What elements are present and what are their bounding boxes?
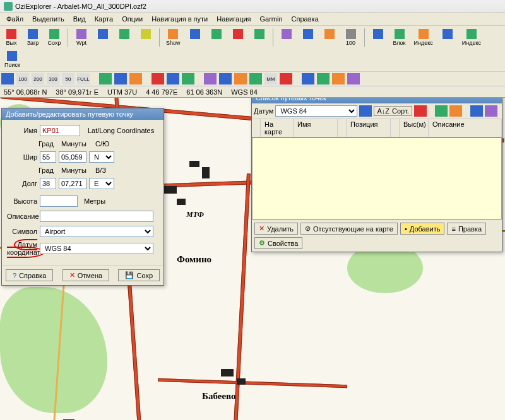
toolbar-btn-20[interactable]: Индекс bbox=[459, 27, 484, 48]
menu-help[interactable]: Справка bbox=[288, 14, 323, 24]
tool-btn-9[interactable] bbox=[302, 73, 314, 85]
lat-min-input[interactable] bbox=[59, 151, 86, 163]
tool-btn-8[interactable] bbox=[280, 73, 292, 85]
lat-deg-input[interactable] bbox=[40, 151, 56, 163]
toolbar-btn-19[interactable] bbox=[437, 27, 458, 48]
wpt-sort-button[interactable]: A↓Z Сорт. bbox=[374, 106, 412, 116]
col-desc[interactable]: Описание bbox=[429, 119, 502, 137]
alt-input[interactable] bbox=[40, 195, 78, 207]
menu-file[interactable]: Файл bbox=[3, 14, 27, 24]
tool-mm[interactable]: MM bbox=[264, 73, 277, 85]
alt-unit: Метры bbox=[84, 197, 105, 205]
menu-map[interactable]: Карта bbox=[91, 14, 117, 24]
menu-view[interactable]: Вид bbox=[69, 14, 90, 24]
wpt-tool-3[interactable] bbox=[435, 105, 448, 117]
zoom-50[interactable]: 50 bbox=[62, 73, 74, 85]
menu-select[interactable]: Выделить bbox=[28, 14, 68, 24]
tool-btn-3[interactable] bbox=[129, 73, 142, 85]
tool-btn-11[interactable] bbox=[332, 73, 345, 85]
lon-min-input[interactable] bbox=[59, 178, 86, 189]
zoom-100[interactable]: 100 bbox=[16, 73, 29, 85]
toolbar-btn-18[interactable]: Индекс bbox=[411, 27, 436, 48]
zoom-full[interactable]: FULL bbox=[77, 73, 90, 85]
tool-btn-1[interactable] bbox=[99, 73, 112, 85]
tool-btn-5[interactable] bbox=[219, 73, 232, 85]
zoom-300[interactable]: 300 bbox=[47, 73, 59, 85]
secondary-toolbar: 100 200 300 50 FULL MM bbox=[0, 72, 505, 86]
wpt-tool-2[interactable] bbox=[414, 105, 427, 117]
toolbar-btn-8[interactable] bbox=[185, 27, 205, 48]
col-name[interactable]: Имя bbox=[294, 119, 338, 137]
tool-btn-6[interactable] bbox=[234, 73, 247, 85]
zoom-btn[interactable] bbox=[1, 73, 14, 85]
wpt-tool-4[interactable] bbox=[449, 105, 462, 117]
toolbar-btn-0[interactable]: Вых bbox=[1, 27, 21, 48]
toolbar-btn-16[interactable] bbox=[368, 27, 388, 48]
wpt-list[interactable] bbox=[252, 137, 502, 219]
toolbar-icon bbox=[466, 29, 477, 39]
tool-btn-10[interactable] bbox=[317, 73, 330, 85]
col-position[interactable]: Позиция bbox=[347, 119, 391, 137]
datum-select[interactable]: WGS 84 bbox=[40, 243, 153, 254]
menu-garmin[interactable]: Garmin bbox=[256, 14, 287, 24]
toolbar-btn-11[interactable] bbox=[249, 27, 270, 48]
tool-btn-4[interactable] bbox=[204, 73, 217, 85]
help-button[interactable]: ?Справка bbox=[6, 269, 53, 281]
zoom-200[interactable]: 200 bbox=[32, 73, 44, 85]
gps-btn-1[interactable] bbox=[152, 73, 164, 85]
cancel-button[interactable]: ✕Отмена bbox=[62, 269, 109, 281]
desc-input[interactable] bbox=[40, 211, 153, 222]
map-canvas[interactable]: Фомино Бабеево Секирино МТФ МТФ Добавить… bbox=[0, 98, 505, 420]
toolbar-btn-6[interactable] bbox=[136, 27, 156, 48]
toolbar-btn-4[interactable] bbox=[93, 27, 113, 48]
toolbar-btn-2[interactable]: Сохр bbox=[44, 27, 64, 48]
toolbar-btn-12[interactable] bbox=[276, 27, 297, 48]
toolbar-icon bbox=[119, 29, 129, 39]
wpt-edit-button[interactable]: ≡Правка bbox=[447, 223, 486, 235]
toolbar-btn-15[interactable]: 100 bbox=[341, 27, 361, 48]
wpt-tool-6[interactable] bbox=[485, 105, 497, 117]
toolbar-btn-14[interactable] bbox=[319, 27, 340, 48]
tool-btn-2[interactable] bbox=[114, 73, 127, 85]
symbol-select[interactable]: Airport bbox=[40, 226, 153, 237]
save-button[interactable]: 💾Сохр bbox=[118, 269, 160, 281]
toolbar-icon bbox=[419, 29, 429, 39]
wpt-delete-button[interactable]: ✕Удалить bbox=[254, 223, 298, 235]
waypoint-edit-dialog: Добавить/редактировать путевую точку Имя… bbox=[1, 108, 164, 286]
name-input[interactable] bbox=[40, 125, 80, 136]
menu-nav-route[interactable]: Навигация в пути bbox=[148, 14, 211, 24]
toolbar-icon bbox=[49, 29, 59, 39]
wpt-tool-1[interactable] bbox=[359, 105, 372, 117]
gps-btn-3[interactable] bbox=[182, 73, 194, 85]
wpt-props-button[interactable]: ⚙Свойства bbox=[254, 237, 302, 249]
min-header-2: Минуты bbox=[61, 166, 89, 174]
toolbar-btn-5[interactable] bbox=[114, 27, 134, 48]
dialog-title[interactable]: Добавить/редактировать путевую точку bbox=[2, 108, 163, 120]
toolbar-btn-3[interactable]: Wpt bbox=[71, 27, 92, 48]
tool-btn-12[interactable] bbox=[347, 73, 360, 85]
gps-btn-2[interactable] bbox=[167, 73, 179, 85]
toolbar-btn-21[interactable]: Поиск bbox=[1, 49, 23, 70]
wpt-missing-button[interactable]: ⊘Отсутствующие на карте bbox=[300, 223, 398, 235]
toolbar-btn-10[interactable] bbox=[228, 27, 248, 48]
wpt-tool-5[interactable] bbox=[470, 105, 483, 117]
toolbar-btn-17[interactable]: Блок bbox=[389, 27, 410, 48]
wpt-panel-title[interactable]: Список путевых точек bbox=[252, 98, 502, 103]
toolbar-btn-13[interactable] bbox=[298, 27, 318, 48]
toolbar-btn-9[interactable] bbox=[206, 27, 227, 48]
lat-ns-select[interactable]: N bbox=[89, 151, 114, 163]
lon-ew-select[interactable]: E bbox=[89, 178, 114, 189]
menu-nav[interactable]: Навигация bbox=[213, 14, 254, 24]
toolbar-icon bbox=[211, 29, 222, 39]
lon-deg-input[interactable] bbox=[40, 178, 56, 189]
toolbar-icon bbox=[141, 29, 151, 39]
wpt-datum-select[interactable]: WGS 84 bbox=[275, 105, 357, 117]
tool-btn-7[interactable] bbox=[249, 73, 262, 85]
col-alt[interactable]: Выс(м) bbox=[400, 119, 429, 137]
toolbar-btn-1[interactable]: Загр bbox=[23, 27, 43, 48]
wpt-add-button[interactable]: •Добавить bbox=[400, 223, 444, 235]
menu-options[interactable]: Опции bbox=[118, 14, 146, 24]
col-onmap[interactable]: На карте bbox=[261, 119, 294, 137]
toolbar-btn-7[interactable]: Show bbox=[163, 27, 184, 48]
toolbar-icon bbox=[303, 29, 313, 39]
